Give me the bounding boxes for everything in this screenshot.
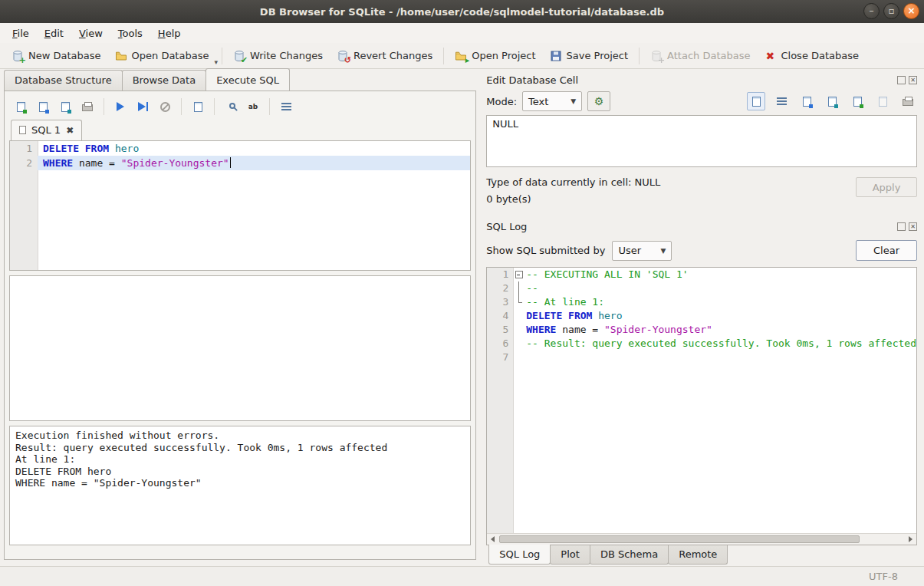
execute-current-line-button[interactable] [133, 97, 153, 116]
sql-editor[interactable]: 1DELETE FROM hero2WHERE name = "Spider-Y… [9, 140, 471, 271]
cell-mode-row: Mode: Text ▼ ⚙ [486, 87, 917, 115]
menu-help[interactable]: Help [150, 25, 189, 42]
execute-sql-frame: SQL 1 ✖ 1DELETE FROM hero2WHERE name = "… [4, 91, 476, 560]
mode-label: Mode: [486, 96, 517, 107]
cell-value-editor[interactable]: NULL [486, 115, 917, 167]
toolbar-separator [639, 48, 640, 64]
save-cell-button[interactable] [848, 92, 866, 110]
cell-text-mode-button[interactable] [747, 92, 765, 110]
code-line[interactable]: 2-- [487, 281, 916, 295]
close-dock-icon[interactable]: ✕ [909, 222, 917, 231]
fold-marker [513, 337, 524, 351]
tab-remote[interactable]: Remote [668, 545, 728, 565]
new-database-button[interactable]: + New Database [5, 46, 108, 66]
open-database-button[interactable]: Open Database [108, 46, 216, 66]
open-sql-file-button[interactable] [11, 97, 31, 116]
fold-marker[interactable] [513, 268, 524, 281]
maximize-icon[interactable]: ▫ [883, 3, 899, 19]
tab-plot[interactable]: Plot [550, 545, 590, 565]
close-dock-icon[interactable]: ✕ [909, 76, 917, 84]
replace-icon [248, 103, 258, 110]
open-project-button[interactable]: ▸ Open Project [448, 46, 542, 66]
export-results-icon [194, 102, 202, 112]
close-tab-icon[interactable]: ✖ [66, 125, 74, 136]
menu-tools[interactable]: Tools [110, 25, 150, 42]
word-wrap-button[interactable] [772, 92, 791, 110]
code-line[interactable]: 1DELETE FROM hero [10, 141, 470, 156]
close-database-button[interactable]: ✖ Close Database [757, 46, 866, 66]
main-content: Database Structure Browse Data Execute S… [0, 69, 924, 566]
toolbar-separator [269, 98, 270, 115]
float-dock-icon[interactable] [897, 76, 906, 84]
gear-icon: ⚙ [594, 95, 604, 107]
results-grid[interactable] [9, 275, 471, 421]
print-icon [903, 99, 913, 106]
open-database-dropdown-icon[interactable]: ▾ [214, 58, 218, 68]
fold-marker [513, 281, 524, 295]
float-dock-icon[interactable] [897, 222, 906, 231]
execution-messages[interactable]: Execution finished without errors. Resul… [9, 426, 471, 545]
menu-file[interactable]: File [5, 25, 37, 42]
sql-log-view[interactable]: 1-- EXECUTING ALL IN 'SQL 1'2--3-- At li… [486, 267, 917, 545]
scroll-right-icon[interactable] [905, 534, 916, 545]
code-line[interactable]: 7 [487, 351, 916, 364]
stop-icon [160, 102, 170, 112]
close-icon[interactable]: × [903, 3, 919, 19]
code-line[interactable]: 3-- At line 1: [487, 295, 916, 309]
print-cell-button[interactable] [899, 92, 917, 110]
code-line[interactable]: 4DELETE FROM hero [487, 309, 916, 323]
export-results-button[interactable] [188, 97, 208, 116]
cell-icon-bar [747, 92, 917, 110]
save-project-icon [550, 50, 562, 62]
apply-button: Apply [856, 177, 917, 197]
edit-cell-title: Edit Database Cell [486, 74, 578, 86]
save-sql-file-button[interactable] [33, 97, 53, 116]
sql-log-header: SQL Log ✕ [486, 219, 917, 234]
import-cell-button[interactable] [797, 92, 816, 110]
execute-all-icon [117, 102, 124, 111]
code-line[interactable]: 5WHERE name = "Spider-Youngster" [487, 323, 916, 337]
window-controls: – ▫ × [863, 3, 919, 19]
minimize-icon[interactable]: – [863, 3, 880, 19]
print-sql-button[interactable] [77, 97, 97, 116]
code-line[interactable]: 2WHERE name = "Spider-Youngster" [10, 156, 470, 170]
save-project-button[interactable]: Save Project [543, 46, 636, 66]
text-document-icon [752, 97, 761, 107]
replace-button[interactable] [243, 97, 263, 116]
sql-log-filter-row: Show SQL submitted by User ▼ Clear [486, 240, 917, 261]
right-dock: Edit Database Cell ✕ Mode: Text ▼ ⚙ [480, 69, 924, 566]
format-sql-button[interactable] [276, 97, 296, 116]
scrollbar-thumb[interactable] [499, 535, 860, 543]
write-changes-button[interactable]: ✔ Write Changes [226, 46, 330, 66]
attach-database-button: + Attach Database [643, 46, 757, 66]
submitted-by-select[interactable]: User ▼ [612, 241, 672, 261]
mode-select[interactable]: Text ▼ [522, 91, 582, 111]
menu-view[interactable]: View [71, 25, 110, 42]
tab-browse-data[interactable]: Browse Data [122, 70, 207, 91]
auto-apply-button[interactable]: ⚙ [587, 91, 610, 111]
sql-file-tab[interactable]: SQL 1 ✖ [11, 120, 82, 140]
tab-database-structure[interactable]: Database Structure [4, 70, 123, 91]
save-file-icon [853, 97, 862, 107]
encoding-indicator: UTF-8 [869, 571, 898, 582]
code-line[interactable]: 1-- EXECUTING ALL IN 'SQL 1' [487, 268, 916, 281]
find-button[interactable] [221, 97, 241, 116]
dock-tab-bar: SQL Log Plot DB Schema Remote [486, 545, 917, 566]
code-line[interactable]: 6-- Result: query executed successfully.… [487, 337, 916, 351]
horizontal-scrollbar[interactable] [487, 533, 916, 545]
word-wrap-icon [777, 97, 787, 106]
cell-info-text: Type of data currently in cell: NULL 0 b… [486, 174, 660, 208]
stop-execution-button [155, 97, 175, 116]
tab-sql-log[interactable]: SQL Log [488, 545, 551, 565]
tab-execute-sql[interactable]: Execute SQL [206, 68, 290, 91]
execute-all-button[interactable] [110, 97, 130, 116]
menu-edit[interactable]: Edit [37, 25, 71, 42]
clear-log-button[interactable]: Clear [856, 240, 917, 261]
export-cell-button[interactable] [823, 92, 841, 110]
save-sql-as-button[interactable] [55, 97, 75, 116]
dock-icons: ✕ [897, 222, 917, 231]
main-tab-bar: Database Structure Browse Data Execute S… [0, 69, 480, 91]
scroll-left-icon[interactable] [487, 534, 498, 545]
tab-db-schema[interactable]: DB Schema [590, 545, 669, 565]
revert-changes-button[interactable]: ↺ Revert Changes [330, 46, 439, 66]
